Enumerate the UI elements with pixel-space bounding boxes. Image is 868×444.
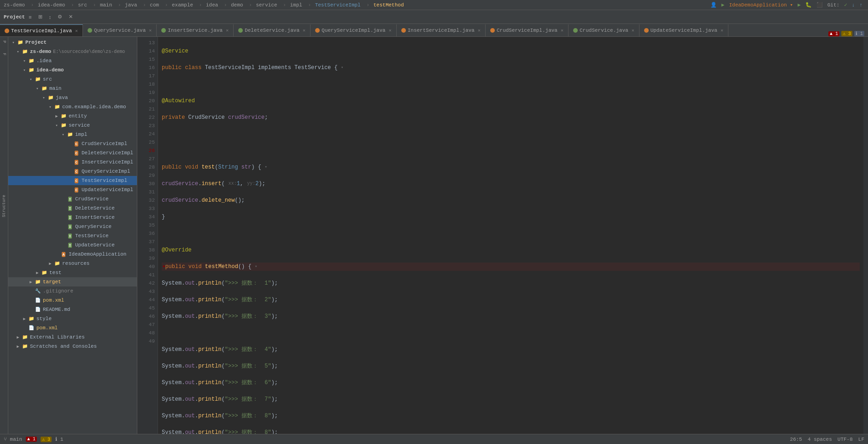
fold-marker-14[interactable]: ▾ [339, 64, 344, 72]
tree-item-main[interactable]: ▾ 📁 main [8, 84, 137, 93]
tab-crudservice[interactable]: CrudService.java ✕ [569, 24, 639, 36]
status-line-col[interactable]: 26:5 [790, 437, 802, 442]
tab-close[interactable]: ✕ [149, 28, 152, 33]
tree-area[interactable]: ▾ 📁 Project ▾ 📁 zs-demo E:\sourcecode\de… [8, 37, 137, 434]
tab-insertserviceimpl[interactable]: InsertServiceImpl.java ✕ [397, 24, 486, 36]
status-indent[interactable]: 4 spaces [808, 437, 832, 442]
tree-item-com[interactable]: ▾ 📁 com.example.idea.demo [8, 102, 137, 111]
toolbar-grid-btn[interactable]: ⊞ [35, 12, 45, 21]
toolbar-debug[interactable]: 🐛 [805, 2, 812, 8]
tree-arrow[interactable]: ▶ [15, 335, 21, 340]
tab-crudserviceimpl[interactable]: CrudServiceImpl.java ✕ [486, 24, 569, 36]
project-tab-icon[interactable]: P [2, 41, 6, 43]
tree-item-crudserviceimpl[interactable]: C CrudServiceImpl [8, 139, 137, 148]
tab-queryservice[interactable]: QueryService.java ✕ [83, 24, 157, 36]
tree-item-testserviceimpl[interactable]: C TestServiceImpl [8, 176, 137, 185]
tree-item-insertservice[interactable]: I InsertService [8, 213, 137, 222]
tree-item-updateserviceimpl[interactable]: C UpdateServiceImpl [8, 185, 137, 194]
tree-item-rootpom[interactable]: 📄 pom.xml [8, 323, 137, 333]
tab-close[interactable]: ✕ [632, 28, 634, 33]
git-update[interactable]: ↓ [852, 2, 855, 8]
toolbar-close-btn[interactable]: ✕ [66, 12, 76, 21]
tree-item-java[interactable]: ▾ 📁 java [8, 93, 137, 102]
tree-arrow[interactable]: ▾ [15, 49, 21, 54]
status-errors[interactable]: ▲ 1 [26, 437, 37, 442]
tree-item-entity[interactable]: ▶ 📁 entity [8, 111, 137, 121]
run-icon[interactable]: ▶ [721, 2, 725, 8]
toolbar-run[interactable]: ▶ [798, 2, 801, 8]
tree-item-service[interactable]: ▾ 📁 service [8, 121, 137, 130]
status-encoding[interactable]: UTF-8 [838, 437, 853, 442]
tab-testserviceimpl[interactable]: TestServiceImpl.java ✕ [0, 24, 83, 36]
fold-marker-20[interactable]: ▾ [262, 163, 267, 171]
tree-item-deleteservice[interactable]: I DeleteService [8, 204, 137, 213]
tree-item-idea[interactable]: ▾ 📁 .idea [8, 56, 137, 65]
tree-item-testservice[interactable]: I TestService [8, 231, 137, 240]
profile-icon[interactable]: 👤 [710, 2, 717, 8]
tree-item-ideademoapp[interactable]: A IdeaDemoApplication [8, 250, 137, 259]
tree-arrow[interactable]: ▶ [53, 114, 60, 119]
tree-item-scratches[interactable]: ▶ 📁 Scratches and Consoles [8, 342, 137, 351]
tab-close[interactable]: ✕ [478, 28, 481, 33]
tree-arrow[interactable]: ▾ [34, 86, 41, 91]
tree-arrow[interactable]: ▶ [21, 316, 28, 321]
tree-item-ideademo[interactable]: ▾ 📁 idea-demo [8, 65, 137, 75]
tab-close[interactable]: ✕ [226, 28, 229, 33]
tab-close[interactable]: ✕ [721, 28, 723, 33]
editor-area[interactable]: 13 14 15 16 17 18 19 20 21 22 23 24 25 2… [137, 37, 868, 434]
tree-item-queryservice[interactable]: I QueryService [8, 222, 137, 231]
git-push[interactable]: ↑ [859, 2, 862, 8]
tab-insertservice[interactable]: InsertService.java ✕ [157, 24, 234, 36]
tree-item-test[interactable]: ▶ 📁 test [8, 268, 137, 277]
tree-arrow[interactable]: ▾ [10, 40, 17, 45]
tree-item-gitignore[interactable]: 🔧 .gitignore [8, 286, 137, 296]
tree-arrow[interactable]: ▶ [34, 270, 41, 275]
tree-arrow[interactable]: ▾ [53, 123, 60, 128]
tree-item-style[interactable]: ▶ 📁 style [8, 314, 137, 323]
tree-item-zsdemo[interactable]: ▾ 📁 zs-demo E:\sourcecode\demo\zs-demo [8, 47, 137, 56]
tree-item-queryserviceimpl[interactable]: C QueryServiceImpl [8, 167, 137, 176]
tree-arrow[interactable]: ▶ [28, 280, 34, 285]
tree-item-pomxml[interactable]: 📄 pom.xml [8, 296, 137, 305]
tree-item-impl[interactable]: ▾ 📁 impl [8, 130, 137, 139]
git-checkmark[interactable]: ✓ [844, 2, 847, 8]
tree-item-crudservice[interactable]: I CrudService [8, 194, 137, 204]
code-editor[interactable]: 13 14 15 16 17 18 19 20 21 22 23 24 25 2… [137, 37, 868, 434]
tree-arrow[interactable]: ▾ [21, 58, 28, 64]
status-warnings[interactable]: ⚠ 3 [41, 437, 52, 442]
tree-item-project[interactable]: ▾ 📁 Project [8, 38, 137, 47]
toolbar-settings-btn[interactable]: ⚙ [55, 12, 65, 21]
tree-arrow[interactable]: ▾ [47, 105, 53, 110]
tab-close[interactable]: ✕ [561, 28, 563, 33]
git-branch[interactable]: ⑂ main [4, 437, 22, 442]
tree-item-readme[interactable]: 📄 README.md [8, 305, 137, 314]
tab-queryserviceimpl[interactable]: QueryServiceImpl.java ✕ [311, 24, 397, 36]
tab-updateserviceimpl[interactable]: UpdateServiceImpl.java ✕ [639, 24, 728, 36]
tree-item-insertserviceimpl[interactable]: C InsertServiceImpl [8, 158, 137, 167]
tab-close[interactable]: ✕ [389, 28, 392, 33]
tree-item-src[interactable]: ▾ 📁 src [8, 75, 137, 84]
tree-item-extlibs[interactable]: ▶ 📁 External Libraries [8, 333, 137, 342]
tree-arrow[interactable]: ▾ [60, 132, 66, 137]
tree-arrow[interactable]: ▾ [28, 77, 34, 82]
fold-marker-26[interactable]: ▾ [252, 263, 258, 271]
tree-arrow[interactable]: ▾ [21, 68, 28, 73]
tab-close[interactable]: ✕ [303, 28, 305, 33]
tree-item-updateservice[interactable]: I UpdateService [8, 240, 137, 250]
structure-tab-icon[interactable]: Structure [2, 195, 6, 217]
code-content[interactable]: @Service public class TestServiceImpl im… [158, 37, 863, 434]
toolbar-sort-btn[interactable]: ↕ [46, 13, 54, 21]
tree-item-target[interactable]: ▶ 📁 target [8, 277, 137, 286]
toolbar-stop[interactable]: ⬛ [816, 2, 823, 8]
favorites-tab-icon[interactable]: F [2, 53, 6, 55]
tree-item-deleteserviceimpl[interactable]: C DeleteServiceImpl [8, 148, 137, 158]
tab-deleteservice[interactable]: DeleteService.java ✕ [234, 24, 311, 36]
status-line-ending[interactable]: LF [858, 437, 864, 442]
toolbar-layout-btn[interactable]: ≡ [26, 13, 34, 21]
tree-arrow[interactable]: ▾ [41, 95, 47, 100]
app-selector[interactable]: IdeaDemoApplication ▾ [729, 2, 793, 8]
tree-arrow[interactable]: ▶ [15, 344, 21, 349]
tree-arrow[interactable]: ▶ [47, 261, 53, 266]
tree-item-resources[interactable]: ▶ 📁 resources [8, 259, 137, 268]
tab-close[interactable]: ✕ [75, 28, 78, 34]
